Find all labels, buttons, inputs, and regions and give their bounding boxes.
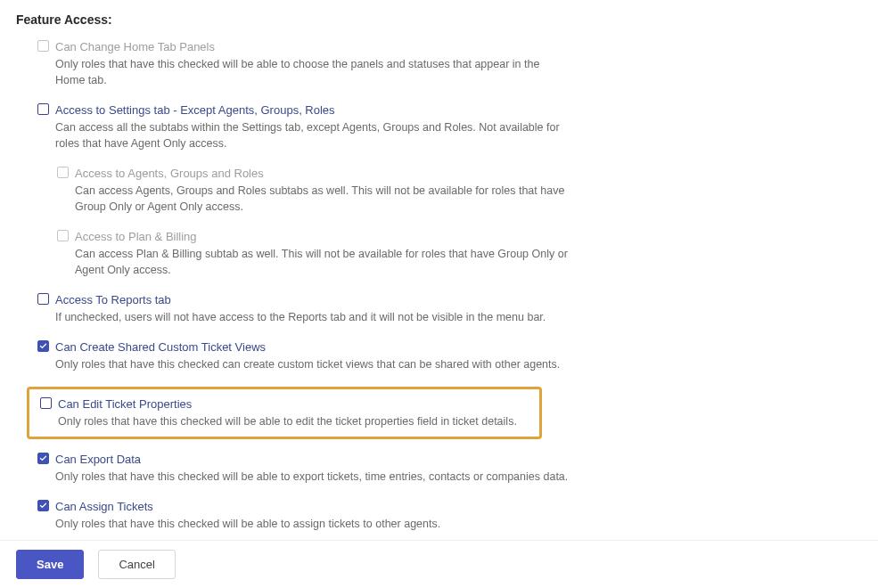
- cancel-button[interactable]: Cancel: [98, 550, 175, 579]
- permission-title: Can Create Shared Custom Ticket Views: [55, 339, 851, 355]
- permission-title: Can Assign Tickets: [55, 499, 851, 514]
- checkbox-agents-groups-roles: [57, 167, 69, 178]
- checkbox-plan-billing: [57, 230, 69, 241]
- permission-list: Can Change Home Tab PanelsOnly roles tha…: [37, 39, 862, 588]
- permission-settings-tab: Access to Settings tab - Except Agents, …: [37, 102, 862, 151]
- permission-shared-views: Can Create Shared Custom Ticket ViewsOnl…: [37, 339, 862, 372]
- checkbox-assign-tickets[interactable]: [37, 500, 49, 511]
- checkbox-reports-tab[interactable]: [37, 293, 49, 305]
- checkbox-shared-views[interactable]: [37, 340, 49, 352]
- highlight-box: Can Edit Ticket PropertiesOnly roles tha…: [27, 387, 542, 439]
- permission-reports-tab: Access To Reports tabIf unchecked, users…: [37, 292, 862, 325]
- permission-title: Can Edit Ticket Properties: [58, 396, 518, 412]
- permission-assign-tickets: Can Assign TicketsOnly roles that have t…: [37, 499, 862, 532]
- permission-description: Only roles that have this checked will b…: [58, 413, 518, 429]
- permission-title: Can Change Home Tab Panels: [55, 39, 851, 54]
- section-title: Feature Access:: [16, 12, 862, 27]
- permission-edit-ticket-props: Can Edit Ticket PropertiesOnly roles tha…: [40, 396, 529, 429]
- permission-description: Can access Plan & Billing subtab as well…: [75, 246, 592, 278]
- footer-bar: Save Cancel: [0, 540, 878, 588]
- permission-description: Only roles that have this checked will b…: [55, 469, 572, 485]
- permission-title: Access to Plan & Billing: [75, 229, 851, 244]
- feature-access-section: Feature Access: Can Change Home Tab Pane…: [0, 0, 878, 588]
- permission-title: Access To Reports tab: [55, 292, 851, 307]
- checkbox-export-data[interactable]: [37, 453, 49, 464]
- permission-home-panels: Can Change Home Tab PanelsOnly roles tha…: [37, 39, 862, 88]
- permission-description: Can access Agents, Groups and Roles subt…: [75, 183, 592, 215]
- permission-description: Only roles that have this checked can cr…: [55, 356, 572, 372]
- permission-description: If unchecked, users will not have access…: [55, 309, 572, 325]
- permission-plan-billing: Access to Plan & BillingCan access Plan …: [57, 229, 862, 278]
- permission-agents-groups-roles: Access to Agents, Groups and RolesCan ac…: [57, 166, 862, 215]
- checkbox-settings-tab[interactable]: [37, 103, 49, 115]
- permission-title: Access to Settings tab - Except Agents, …: [55, 102, 851, 118]
- permission-export-data: Can Export DataOnly roles that have this…: [37, 452, 862, 485]
- checkbox-home-panels: [37, 40, 49, 52]
- permission-title: Access to Agents, Groups and Roles: [75, 166, 851, 181]
- permission-description: Can access all the subtabs within the Se…: [55, 119, 572, 151]
- permission-title: Can Export Data: [55, 452, 851, 467]
- save-button[interactable]: Save: [16, 550, 84, 579]
- checkbox-edit-ticket-props[interactable]: [40, 397, 52, 409]
- permission-description: Only roles that have this checked will b…: [55, 516, 572, 532]
- permission-description: Only roles that have this checked will b…: [55, 56, 572, 88]
